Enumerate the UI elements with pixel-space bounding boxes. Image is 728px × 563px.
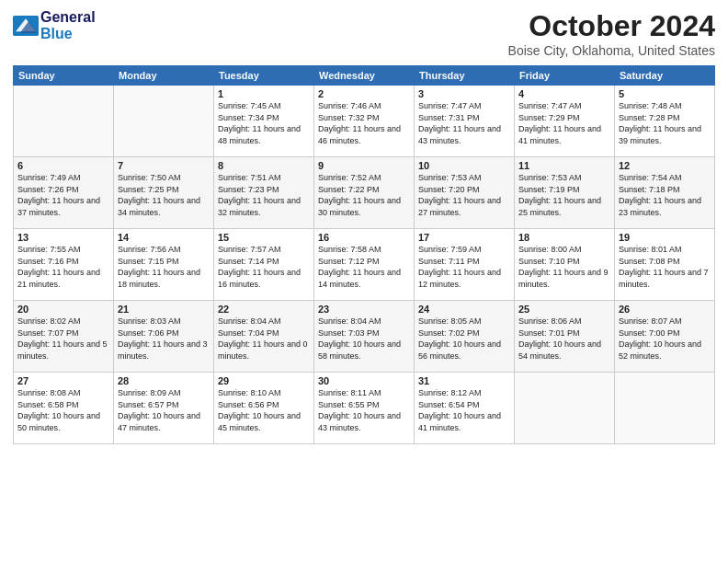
day-cell: 24Sunrise: 8:05 AM Sunset: 7:02 PM Dayli… [415,301,515,373]
day-cell: 10Sunrise: 7:53 AM Sunset: 7:20 PM Dayli… [415,157,515,229]
day-detail: Sunrise: 7:57 AM Sunset: 7:14 PM Dayligh… [218,244,310,290]
calendar-page: General Blue October 2024 Boise City, Ok… [0,0,728,563]
col-header-tuesday: Tuesday [214,66,314,86]
day-detail: Sunrise: 8:11 AM Sunset: 6:55 PM Dayligh… [318,387,410,433]
day-cell: 8Sunrise: 7:51 AM Sunset: 7:23 PM Daylig… [214,157,314,229]
day-detail: Sunrise: 7:58 AM Sunset: 7:12 PM Dayligh… [318,244,410,290]
day-cell: 3Sunrise: 7:47 AM Sunset: 7:31 PM Daylig… [415,86,515,157]
day-detail: Sunrise: 8:05 AM Sunset: 7:02 PM Dayligh… [418,316,510,362]
day-detail: Sunrise: 8:04 AM Sunset: 7:03 PM Dayligh… [318,316,410,362]
week-row-1: 6Sunrise: 7:49 AM Sunset: 7:26 PM Daylig… [14,157,715,229]
day-cell: 1Sunrise: 7:45 AM Sunset: 7:34 PM Daylig… [214,86,314,157]
day-detail: Sunrise: 8:01 AM Sunset: 7:08 PM Dayligh… [619,244,711,290]
day-cell: 9Sunrise: 7:52 AM Sunset: 7:22 PM Daylig… [314,157,415,229]
col-header-sunday: Sunday [14,66,114,86]
day-detail: Sunrise: 8:00 AM Sunset: 7:10 PM Dayligh… [518,244,610,290]
day-number: 29 [218,375,310,386]
title-block: October 2024 Boise City, Oklahoma, Unite… [508,9,715,58]
col-header-wednesday: Wednesday [314,66,415,86]
day-detail: Sunrise: 8:10 AM Sunset: 6:56 PM Dayligh… [218,387,310,433]
day-detail: Sunrise: 7:53 AM Sunset: 7:19 PM Dayligh… [518,172,610,218]
header: General Blue October 2024 Boise City, Ok… [13,9,715,58]
day-cell: 7Sunrise: 7:50 AM Sunset: 7:25 PM Daylig… [114,157,214,229]
day-number: 24 [418,304,510,315]
day-number: 4 [518,88,610,99]
day-detail: Sunrise: 7:59 AM Sunset: 7:11 PM Dayligh… [418,244,510,290]
day-number: 2 [318,88,410,99]
day-number: 17 [418,232,510,243]
day-number: 30 [318,375,410,386]
subtitle: Boise City, Oklahoma, United States [508,43,715,58]
day-number: 13 [17,232,109,243]
day-detail: Sunrise: 7:48 AM Sunset: 7:28 PM Dayligh… [619,100,711,146]
day-number: 19 [619,232,711,243]
day-number: 15 [218,232,310,243]
day-detail: Sunrise: 8:03 AM Sunset: 7:06 PM Dayligh… [118,316,210,362]
week-row-2: 13Sunrise: 7:55 AM Sunset: 7:16 PM Dayli… [14,229,715,301]
day-cell: 12Sunrise: 7:54 AM Sunset: 7:18 PM Dayli… [615,157,715,229]
day-cell: 26Sunrise: 8:07 AM Sunset: 7:00 PM Dayli… [615,301,715,373]
day-cell: 27Sunrise: 8:08 AM Sunset: 6:58 PM Dayli… [14,373,114,444]
day-cell: 4Sunrise: 7:47 AM Sunset: 7:29 PM Daylig… [515,86,615,157]
day-number: 1 [218,88,310,99]
day-cell: 29Sunrise: 8:10 AM Sunset: 6:56 PM Dayli… [214,373,314,444]
day-detail: Sunrise: 7:55 AM Sunset: 7:16 PM Dayligh… [17,244,109,290]
logo-icon [13,16,39,36]
day-cell: 21Sunrise: 8:03 AM Sunset: 7:06 PM Dayli… [114,301,214,373]
day-number: 7 [118,160,210,171]
day-detail: Sunrise: 7:53 AM Sunset: 7:20 PM Dayligh… [418,172,510,218]
day-cell: 22Sunrise: 8:04 AM Sunset: 7:04 PM Dayli… [214,301,314,373]
col-header-saturday: Saturday [615,66,715,86]
day-number: 9 [318,160,410,171]
day-detail: Sunrise: 7:50 AM Sunset: 7:25 PM Dayligh… [118,172,210,218]
day-number: 31 [418,375,510,386]
day-cell: 25Sunrise: 8:06 AM Sunset: 7:01 PM Dayli… [515,301,615,373]
day-cell [515,373,615,444]
day-number: 28 [118,375,210,386]
day-number: 18 [518,232,610,243]
day-cell: 13Sunrise: 7:55 AM Sunset: 7:16 PM Dayli… [14,229,114,301]
day-cell: 28Sunrise: 8:09 AM Sunset: 6:57 PM Dayli… [114,373,214,444]
day-detail: Sunrise: 8:08 AM Sunset: 6:58 PM Dayligh… [17,387,109,433]
col-header-thursday: Thursday [415,66,515,86]
day-cell: 5Sunrise: 7:48 AM Sunset: 7:28 PM Daylig… [615,86,715,157]
logo-text: General Blue [40,9,96,42]
day-cell: 17Sunrise: 7:59 AM Sunset: 7:11 PM Dayli… [415,229,515,301]
day-number: 23 [318,304,410,315]
day-cell [14,86,114,157]
day-detail: Sunrise: 7:51 AM Sunset: 7:23 PM Dayligh… [218,172,310,218]
day-cell: 31Sunrise: 8:12 AM Sunset: 6:54 PM Dayli… [415,373,515,444]
day-number: 5 [619,88,711,99]
day-number: 22 [218,304,310,315]
main-title: October 2024 [508,9,715,43]
day-detail: Sunrise: 8:02 AM Sunset: 7:07 PM Dayligh… [17,316,109,362]
day-number: 14 [118,232,210,243]
day-detail: Sunrise: 7:46 AM Sunset: 7:32 PM Dayligh… [318,100,410,146]
day-number: 26 [619,304,711,315]
col-header-monday: Monday [114,66,214,86]
week-row-0: 1Sunrise: 7:45 AM Sunset: 7:34 PM Daylig… [14,86,715,157]
day-number: 11 [518,160,610,171]
day-detail: Sunrise: 7:54 AM Sunset: 7:18 PM Dayligh… [619,172,711,218]
day-number: 6 [17,160,109,171]
day-number: 25 [518,304,610,315]
day-detail: Sunrise: 8:06 AM Sunset: 7:01 PM Dayligh… [518,316,610,362]
col-header-friday: Friday [515,66,615,86]
day-detail: Sunrise: 8:04 AM Sunset: 7:04 PM Dayligh… [218,316,310,362]
day-number: 20 [17,304,109,315]
day-cell: 15Sunrise: 7:57 AM Sunset: 7:14 PM Dayli… [214,229,314,301]
day-cell: 18Sunrise: 8:00 AM Sunset: 7:10 PM Dayli… [515,229,615,301]
day-detail: Sunrise: 7:47 AM Sunset: 7:29 PM Dayligh… [518,100,610,146]
day-cell [114,86,214,157]
day-number: 3 [418,88,510,99]
day-cell: 11Sunrise: 7:53 AM Sunset: 7:19 PM Dayli… [515,157,615,229]
day-number: 10 [418,160,510,171]
day-number: 8 [218,160,310,171]
day-detail: Sunrise: 7:52 AM Sunset: 7:22 PM Dayligh… [318,172,410,218]
calendar-table: SundayMondayTuesdayWednesdayThursdayFrid… [13,65,715,444]
day-cell: 2Sunrise: 7:46 AM Sunset: 7:32 PM Daylig… [314,86,415,157]
day-detail: Sunrise: 7:47 AM Sunset: 7:31 PM Dayligh… [418,100,510,146]
day-detail: Sunrise: 8:07 AM Sunset: 7:00 PM Dayligh… [619,316,711,362]
day-number: 21 [118,304,210,315]
week-row-4: 27Sunrise: 8:08 AM Sunset: 6:58 PM Dayli… [14,373,715,444]
